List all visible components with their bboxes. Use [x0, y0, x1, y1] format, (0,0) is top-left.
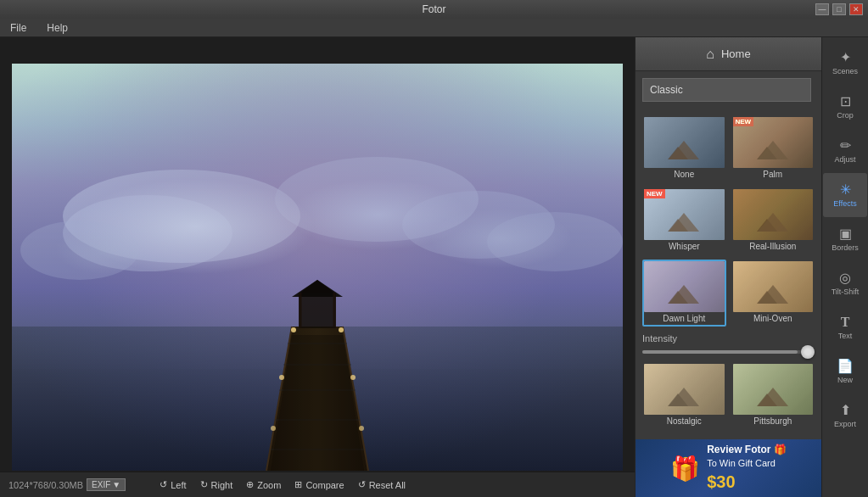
new-badge: NEW: [644, 189, 665, 198]
exif-button[interactable]: EXIF ▼: [87, 478, 126, 491]
effect-mini-oven-label: Mini-Oven: [733, 312, 814, 325]
image-dimensions: 1024*768/0.30MB: [8, 480, 83, 490]
svg-point-4: [402, 191, 555, 259]
tool-adjust[interactable]: ✏ Adjust: [823, 129, 867, 173]
tool-crop[interactable]: ⊡ Crop: [823, 85, 867, 129]
tool-effects[interactable]: ✳ Effects: [823, 173, 867, 217]
rotate-left-button[interactable]: ↺ Left: [160, 479, 186, 490]
new-icon: 📄: [837, 360, 854, 373]
effects-panel[interactable]: Classic Lomo Film Vintage Matte None: [636, 71, 821, 439]
crop-icon: ⊡: [840, 95, 851, 109]
effects-grid: None NEW Palm NEW: [642, 115, 815, 327]
rotate-right-icon: ↻: [200, 479, 208, 490]
effect-none[interactable]: None: [642, 115, 726, 182]
effect-nostalgic-label: Nostalgic: [644, 415, 725, 427]
effect-none-preview: [644, 117, 725, 168]
svg-point-3: [275, 157, 479, 242]
effects-icon: ✳: [840, 183, 851, 197]
file-info: 1024*768/0.30MB EXIF ▼: [8, 478, 126, 491]
effect-pittsburgh[interactable]: Pittsburgh: [731, 362, 815, 429]
right-toolbar: ✦ Scenes ⊡ Crop ✏ Adjust ✳ Effects ▣ Bor…: [821, 37, 868, 497]
promo-text: Review Fotor 🎁 To Win Gift Card $30: [707, 443, 787, 494]
pyramid-icon: [669, 285, 699, 304]
maximize-button[interactable]: □: [832, 3, 846, 15]
tool-borders[interactable]: ▣ Borders: [823, 217, 867, 261]
svg-marker-16: [300, 280, 334, 293]
close-button[interactable]: ✕: [849, 3, 863, 15]
promo-icon: 🎁: [670, 455, 700, 483]
svg-point-22: [339, 327, 344, 332]
effect-pittsburgh-preview: [733, 364, 814, 415]
svg-point-24: [350, 375, 356, 380]
effect-real-illusion-label: Real-Illusion: [733, 240, 814, 253]
promo-banner[interactable]: 🎁 Review Fotor 🎁 To Win Gift Card $30: [636, 439, 821, 497]
tool-scenes[interactable]: ✦ Scenes: [823, 41, 867, 85]
tool-new[interactable]: 📄 New: [823, 349, 867, 394]
effect-whisper-label: Whisper: [644, 240, 725, 253]
effect-real-illusion[interactable]: Real-Illusion: [731, 187, 815, 254]
effects-grid-2: Nostalgic Pittsburgh: [642, 362, 815, 429]
svg-point-26: [359, 426, 364, 431]
pyramid-icon: [758, 285, 788, 304]
tilt-shift-icon: ◎: [839, 271, 851, 285]
window-controls: — □ ✕: [815, 3, 863, 15]
minimize-button[interactable]: —: [815, 3, 829, 15]
svg-marker-27: [271, 335, 364, 471]
adjust-icon: ✏: [840, 139, 851, 153]
pyramid-icon: [669, 213, 699, 232]
main-layout: 1024*768/0.30MB EXIF ▼ ↺ Left ↻ Right ⊕: [0, 37, 868, 497]
intensity-section: Intensity: [642, 333, 815, 354]
reset-all-button[interactable]: ↺ Reset All: [358, 479, 406, 490]
svg-point-2: [63, 195, 232, 271]
scenes-icon: ✦: [840, 51, 851, 64]
compare-button[interactable]: ⊞ Compare: [294, 479, 344, 490]
home-icon: ⌂: [706, 47, 714, 62]
new-badge: NEW: [733, 117, 754, 126]
home-button[interactable]: ⌂ Home: [636, 37, 821, 71]
category-dropdown[interactable]: Classic Lomo Film Vintage Matte: [642, 78, 811, 102]
menu-file[interactable]: File: [7, 20, 30, 36]
effect-whisper[interactable]: NEW Whisper: [642, 187, 726, 254]
right-panel: ⌂ Home Classic Lomo Film Vintage Matte: [635, 37, 821, 497]
zoom-icon: ⊕: [246, 479, 254, 490]
effect-whisper-preview: NEW: [644, 189, 725, 240]
svg-marker-18: [292, 280, 343, 297]
reset-icon: ↺: [358, 479, 366, 490]
menu-bar: File Help: [0, 19, 868, 37]
text-icon: T: [841, 316, 850, 329]
svg-rect-17: [299, 293, 336, 328]
pyramid-icon: [669, 141, 699, 159]
borders-icon: ▣: [839, 227, 852, 241]
svg-point-21: [291, 327, 296, 332]
svg-point-1: [63, 170, 300, 263]
menu-help[interactable]: Help: [43, 20, 71, 36]
rotate-left-icon: ↺: [160, 479, 167, 490]
effect-nostalgic-preview: [644, 364, 725, 415]
svg-point-6: [487, 212, 623, 271]
category-row: Classic Lomo Film Vintage Matte: [642, 78, 815, 109]
rotate-right-button[interactable]: ↻ Right: [200, 479, 233, 490]
effect-mini-oven[interactable]: Mini-Oven: [731, 260, 815, 327]
svg-point-23: [279, 375, 284, 380]
toolbar-actions: ↺ Left ↻ Right ⊕ Zoom ⊞ Compare ↺ Rese: [160, 479, 406, 490]
tool-text[interactable]: T Text: [823, 305, 867, 349]
effect-dawn-light[interactable]: Dawn Light: [642, 260, 726, 327]
intensity-thumb[interactable]: [801, 345, 815, 359]
promo-amount: $30: [707, 470, 787, 494]
tool-tilt-shift[interactable]: ◎ Tilt-Shift: [823, 261, 867, 305]
status-bar: 1024*768/0.30MB EXIF ▼ ↺ Left ↻ Right ⊕: [0, 472, 635, 497]
effect-palm-preview: NEW: [733, 117, 814, 168]
photo-display: [12, 64, 623, 471]
zoom-button[interactable]: ⊕ Zoom: [246, 479, 281, 490]
intensity-slider[interactable]: [642, 350, 815, 354]
intensity-label: Intensity: [642, 333, 815, 343]
effect-palm[interactable]: NEW Palm: [731, 115, 815, 182]
effect-none-label: None: [644, 168, 725, 181]
effect-palm-label: Palm: [733, 168, 814, 181]
effect-nostalgic[interactable]: Nostalgic: [642, 362, 726, 429]
photo-container[interactable]: [12, 64, 623, 471]
svg-point-25: [271, 426, 276, 431]
pier-svg: [12, 64, 623, 471]
title-bar: Fotor — □ ✕: [0, 0, 868, 19]
tool-export[interactable]: ⬆ Export: [823, 394, 867, 438]
